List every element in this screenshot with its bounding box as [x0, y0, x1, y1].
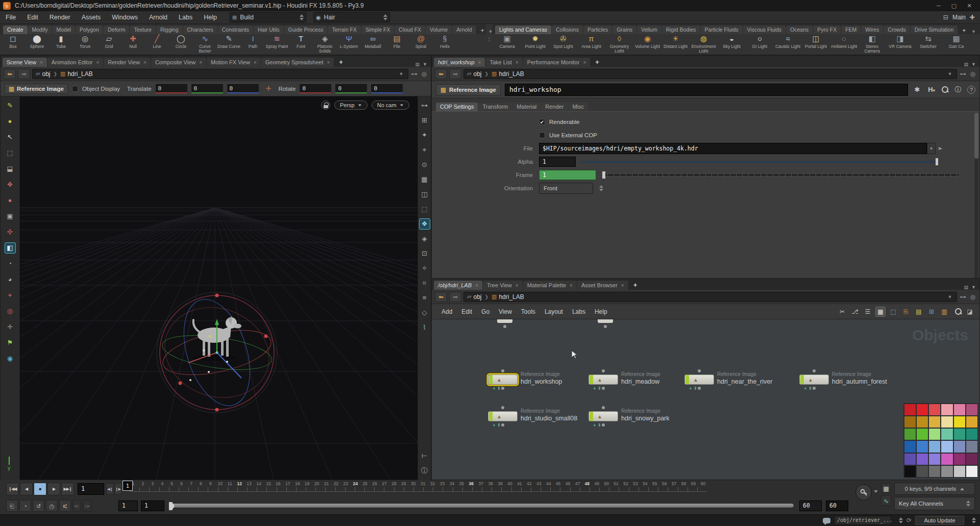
shelf-tab-modify[interactable]: Modify: [28, 26, 52, 34]
shelf-tool-sphere[interactable]: ⬤Sphere: [25, 34, 49, 54]
shelf-tab-lights-and-cameras[interactable]: Lights and Cameras: [495, 26, 551, 34]
shelf-tool-gi-light[interactable]: ○GI Light: [746, 34, 774, 54]
palette-swatch-12[interactable]: [904, 429, 916, 440]
palette-swatch-31[interactable]: [917, 466, 928, 477]
close-icon[interactable]: ×: [583, 60, 586, 65]
frame-number[interactable]: 24: [352, 481, 359, 487]
spark-view-icon[interactable]: ✧: [420, 263, 430, 273]
palette-swatch-27[interactable]: [941, 454, 952, 465]
close-icon[interactable]: ×: [475, 283, 478, 288]
pane-tab-animation-editor[interactable]: Animation Editor×: [47, 58, 104, 67]
frame-number[interactable]: 37: [477, 481, 484, 487]
node-output-dot[interactable]: [698, 387, 701, 390]
object-display-checkbox[interactable]: [72, 86, 78, 92]
shelf-tab-particles[interactable]: Particles: [583, 26, 612, 34]
shelf-tool-spiral[interactable]: @Spiral: [409, 34, 433, 54]
range-substart-field[interactable]: 1: [141, 500, 164, 511]
tree-icon[interactable]: ⎇: [850, 307, 860, 316]
frame-number[interactable]: 54: [642, 481, 649, 487]
info-icon[interactable]: ⓘ: [420, 466, 430, 476]
node-hdri-workshop[interactable]: ▲Reference Imagehdri_workshop▲▮: [488, 374, 518, 385]
palette-swatch-33[interactable]: [941, 466, 952, 477]
menu-windows[interactable]: Windows: [106, 14, 143, 21]
menu-help[interactable]: Help: [198, 14, 223, 21]
notes-icon[interactable]: ▤: [914, 307, 923, 316]
clock-icon[interactable]: ◷: [46, 500, 58, 512]
shelf-tool-path[interactable]: ≀Path: [241, 34, 265, 54]
menu-assets[interactable]: Assets: [76, 14, 107, 21]
frame-number[interactable]: 55: [651, 481, 658, 487]
rotate-x-field[interactable]: 0: [300, 84, 331, 93]
shelf-tool-camera[interactable]: ▣Camera: [493, 34, 521, 54]
minimize-button[interactable]: ─: [931, 3, 946, 9]
add-pane-tab-button[interactable]: +: [629, 281, 642, 290]
palette-swatch-18[interactable]: [904, 441, 916, 452]
frame-number[interactable]: 35: [458, 481, 465, 487]
star-view-icon[interactable]: ✦: [420, 130, 430, 140]
anim-options-icon[interactable]: ↺: [33, 500, 44, 512]
import-tool-icon[interactable]: ✎: [5, 101, 15, 111]
frame-number[interactable]: 23: [342, 481, 349, 487]
palette-swatch-29[interactable]: [966, 454, 977, 465]
palette-swatch-3[interactable]: [941, 404, 952, 415]
menu-render[interactable]: Render: [44, 14, 76, 21]
display-flag[interactable]: [489, 375, 493, 384]
snapshot-icon[interactable]: ⎘: [901, 307, 911, 316]
current-node-path[interactable]: /obj/retriever_...: [834, 516, 891, 525]
shelf-tool-environment-light[interactable]: ◍Environment Light: [690, 34, 718, 54]
shelf-tool-area-light[interactable]: πArea Light: [577, 34, 605, 54]
pane-dropdown-icon[interactable]: ▼: [971, 62, 976, 67]
shade-view-icon[interactable]: ❖: [420, 219, 430, 229]
shelf-tab-create[interactable]: Create: [3, 26, 28, 34]
frame-number[interactable]: 53: [632, 481, 639, 487]
shelf-tool-tube[interactable]: ▮Tube: [49, 34, 73, 54]
shelf-tool-caustic-light[interactable]: ≈Caustic Light: [774, 34, 802, 54]
frame-number[interactable]: 2: [139, 481, 146, 487]
pane-menu-icon[interactable]: ▤: [964, 285, 969, 290]
pane-dropdown-icon[interactable]: ▼: [971, 285, 976, 290]
texture-view-icon[interactable]: ▣: [5, 211, 15, 221]
keys-info-button[interactable]: 0 keys, 9/9 channels: [894, 483, 975, 495]
menu-arnold[interactable]: Arnold: [143, 14, 173, 21]
shelf-tab-overflow-icon[interactable]: ▼: [971, 29, 980, 34]
frame-number[interactable]: 30: [410, 481, 417, 487]
grid-view-icon[interactable]: ⊞: [420, 115, 430, 126]
path-box[interactable]: ▱ obj ❯ ▥ hdri_LAB ▼: [463, 292, 957, 302]
use-external-cop-checkbox[interactable]: [539, 132, 545, 138]
pane-tab-material-palette[interactable]: Material Palette×: [523, 281, 577, 290]
net-menu-help[interactable]: Help: [590, 308, 612, 315]
shelf-tool-sky-light[interactable]: ◒Sky Light: [718, 34, 746, 54]
menu-edit[interactable]: Edit: [21, 14, 44, 21]
wave-view-icon[interactable]: ⌇: [420, 322, 430, 333]
shelf-tab-deform[interactable]: Deform: [104, 26, 129, 34]
close-icon[interactable]: ×: [199, 60, 202, 65]
ruler-icon[interactable]: ⊢: [420, 451, 430, 461]
frame-number[interactable]: 21: [323, 481, 330, 487]
path-dropdown-icon[interactable]: ▼: [947, 71, 953, 77]
donut-tool-icon[interactable]: ◎: [5, 306, 15, 316]
gem-view-icon[interactable]: ◇: [420, 308, 430, 318]
forward-button[interactable]: ➡: [18, 69, 30, 79]
node-body[interactable]: ▲: [488, 411, 518, 421]
net-menu-go[interactable]: Go: [477, 308, 494, 315]
add-pane-tab-button[interactable]: +: [334, 58, 348, 67]
frame-number[interactable]: 32: [429, 481, 436, 487]
menu-labs[interactable]: Labs: [173, 14, 198, 21]
palette-swatch-0[interactable]: [904, 404, 916, 415]
playback-range-slider[interactable]: [169, 503, 794, 508]
diamond-view-icon[interactable]: ◈: [420, 234, 430, 244]
forward-button[interactable]: ➡: [449, 69, 461, 79]
frame-number[interactable]: 15: [265, 481, 272, 487]
palette-swatch-13[interactable]: [917, 429, 928, 440]
frame-number[interactable]: 45: [555, 481, 562, 487]
shelf-tab-rigging[interactable]: Rigging: [156, 26, 183, 34]
playhead[interactable]: 1: [122, 481, 133, 491]
split-view-icon[interactable]: ◫: [420, 189, 430, 199]
desktop-spinner[interactable]: [296, 14, 304, 20]
param-tab-misc[interactable]: Misc: [568, 103, 588, 111]
translate-z-field[interactable]: 0: [227, 84, 259, 93]
key-all-channels-button[interactable]: Key All Channels: [894, 497, 975, 510]
display-toggle-icon[interactable]: ◪: [965, 307, 974, 316]
model-tool-icon[interactable]: ◧: [5, 243, 15, 253]
shelf-tab-volume[interactable]: Volume: [426, 26, 452, 34]
